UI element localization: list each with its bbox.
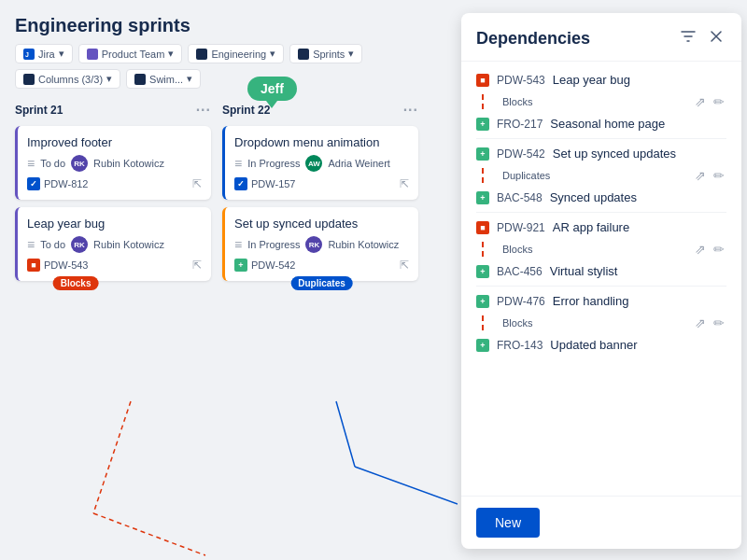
toolbar-jira[interactable]: J Jira ▾ bbox=[15, 44, 73, 63]
sprint-22-header: Sprint 22 ··· bbox=[222, 102, 418, 119]
card-dropdown-menu[interactable]: Dropdown menu animation ≡ In Progress AW… bbox=[222, 126, 418, 200]
dep-child-row-2: + BAC-548 Synced updates bbox=[476, 190, 726, 204]
vert-line-2 bbox=[482, 168, 484, 183]
dep-child-icon-green-4: + bbox=[476, 339, 489, 352]
dep-entry-row-3: ■ PDW-921 AR app failure bbox=[476, 220, 726, 234]
dep-group-pdw-543: ■ PDW-543 Leap year bug bbox=[461, 69, 741, 91]
hamburger-icon-4: ≡ bbox=[234, 237, 242, 252]
dep-child-fro-143: + FRO-143 Updated banner bbox=[461, 334, 741, 356]
card-footer: ✓ PDW-812 ⇱ bbox=[27, 177, 202, 190]
avatar-4: RK bbox=[305, 236, 322, 253]
svg-rect-4 bbox=[298, 49, 309, 60]
filter-icon bbox=[680, 28, 697, 45]
svg-rect-2 bbox=[87, 49, 98, 60]
dep-group-pdw-542: + PDW-542 Set up synced updates bbox=[461, 143, 741, 164]
jeff-tooltip: Jeff bbox=[247, 77, 297, 101]
divider-3 bbox=[476, 286, 726, 287]
card-footer-3: ✓ PDW-157 ⇱ bbox=[234, 177, 409, 190]
dep-middle-actions-1: ⇗ ✏ bbox=[693, 92, 726, 111]
dep-child-icon-green-2: + bbox=[476, 191, 489, 204]
avatar-2: RK bbox=[71, 236, 88, 253]
card-improved-footer[interactable]: Improved footer ≡ To do RK Rubin Kotowic… bbox=[15, 126, 211, 200]
card-footer-4: + PDW-542 ⇱ bbox=[234, 259, 409, 272]
card-meta-2: ≡ To do RK Rubin Kotowicz bbox=[27, 236, 202, 253]
avatar-3: AW bbox=[305, 155, 322, 172]
dep-link-button-2[interactable]: ⇗ bbox=[693, 166, 708, 185]
sprint-22-menu[interactable]: ··· bbox=[403, 102, 418, 119]
ticket-icon-red: ■ bbox=[27, 259, 40, 272]
dep-connector-4: Blocks ⇗ ✏ bbox=[461, 312, 741, 334]
toolbar-engineering[interactable]: Engineering ▾ bbox=[188, 44, 284, 63]
ticket-badge-2: ■ PDW-543 bbox=[27, 259, 88, 272]
swim-icon bbox=[134, 74, 146, 85]
board-title: Engineering sprints bbox=[15, 15, 443, 36]
divider-1 bbox=[476, 138, 726, 139]
panel-title: Dependencies bbox=[476, 29, 590, 49]
duplicates-badge: Duplicates bbox=[290, 276, 353, 290]
sprint-21-menu[interactable]: ··· bbox=[196, 102, 211, 119]
dep-connector-3: Blocks ⇗ ✏ bbox=[461, 238, 741, 260]
dep-link-button-4[interactable]: ⇗ bbox=[693, 314, 708, 332]
panel-header: Dependencies bbox=[461, 13, 741, 62]
new-button[interactable]: New bbox=[476, 508, 540, 538]
dep-edit-button[interactable]: ✏ bbox=[712, 92, 726, 111]
dep-link-button[interactable]: ⇗ bbox=[693, 92, 708, 111]
dep-connector-1: Blocks ⇗ ✏ bbox=[461, 91, 741, 113]
ticket-icon: ✓ bbox=[27, 177, 40, 190]
dep-edit-button-3[interactable]: ✏ bbox=[712, 240, 726, 259]
toolbar-swim[interactable]: Swim... ▾ bbox=[126, 69, 201, 89]
dep-entry-row: ■ PDW-543 Leap year bug bbox=[476, 73, 726, 87]
divider-2 bbox=[476, 212, 726, 213]
svg-text:J: J bbox=[25, 51, 29, 58]
jira-icon: J bbox=[23, 49, 35, 60]
card-expand-icon-2[interactable]: ⇱ bbox=[192, 259, 202, 272]
sprints-icon bbox=[298, 49, 309, 60]
toolbar-product-team[interactable]: Product Team ▾ bbox=[78, 44, 183, 63]
filter-button[interactable] bbox=[678, 26, 698, 51]
dep-edit-button-2[interactable]: ✏ bbox=[712, 166, 726, 185]
card-expand-icon-4[interactable]: ⇱ bbox=[400, 259, 409, 272]
dep-entry-row-4: + PDW-476 Error handling bbox=[476, 294, 726, 308]
svg-rect-5 bbox=[23, 74, 35, 85]
dep-middle-actions-3: ⇗ ✏ bbox=[693, 240, 726, 259]
sprint-21-header: Sprint 21 ··· bbox=[15, 102, 211, 119]
card-expand-icon[interactable]: ⇱ bbox=[192, 177, 202, 190]
dep-child-row-4: + FRO-143 Updated banner bbox=[476, 338, 726, 352]
dep-item-icon-green-4: + bbox=[476, 295, 489, 308]
ticket-badge-4: + PDW-542 bbox=[234, 259, 295, 272]
card-synced-updates[interactable]: Set up synced updates ≡ In Progress RK R… bbox=[222, 207, 418, 281]
dep-connector-2: Duplicates ⇗ ✏ bbox=[461, 164, 741, 187]
card-expand-icon-3[interactable]: ⇱ bbox=[400, 177, 409, 190]
card-leap-year-bug[interactable]: Leap year bug ≡ To do RK Rubin Kotowicz … bbox=[15, 207, 211, 281]
vert-line-4 bbox=[482, 315, 484, 330]
dep-child-bac-548: + BAC-548 Synced updates bbox=[461, 187, 741, 208]
ticket-icon-blue-2: ✓ bbox=[234, 177, 247, 190]
dep-group-pdw-921: ■ PDW-921 AR app failure bbox=[461, 217, 741, 238]
hamburger-icon-2: ≡ bbox=[27, 237, 35, 252]
toolbar-columns[interactable]: Columns (3/3) ▾ bbox=[15, 69, 120, 89]
toolbar-sprints[interactable]: Sprints ▾ bbox=[289, 44, 362, 63]
dep-child-icon-green-3: + bbox=[476, 265, 489, 278]
dep-child-fro-217: + FRO-217 Seasonal home page bbox=[461, 113, 741, 134]
eng-icon bbox=[196, 49, 207, 60]
hamburger-icon-3: ≡ bbox=[234, 156, 242, 171]
hamburger-icon: ≡ bbox=[27, 156, 35, 171]
dep-middle-actions-2: ⇗ ✏ bbox=[693, 166, 726, 185]
close-button[interactable] bbox=[706, 26, 726, 51]
toolbar: J Jira ▾ Product Team ▾ Engineering ▾ Sp… bbox=[15, 44, 443, 89]
panel-actions bbox=[678, 26, 726, 51]
dep-child-row: + FRO-217 Seasonal home page bbox=[476, 117, 726, 131]
avatar: RK bbox=[71, 155, 88, 172]
board-area: Engineering sprints J Jira ▾ Product Tea… bbox=[0, 0, 458, 560]
dep-group-pdw-476: + PDW-476 Error handling bbox=[461, 290, 741, 312]
dep-link-button-3[interactable]: ⇗ bbox=[693, 240, 708, 259]
card-meta-3: ≡ In Progress AW Adria Weinert bbox=[234, 155, 409, 172]
jeff-bubble: Jeff bbox=[247, 77, 297, 101]
vert-line-3 bbox=[482, 242, 484, 257]
svg-rect-6 bbox=[134, 74, 146, 85]
ticket-icon-green: + bbox=[234, 259, 247, 272]
dep-edit-button-4[interactable]: ✏ bbox=[712, 314, 726, 332]
columns-icon bbox=[23, 74, 35, 85]
dep-item-icon-red-3: ■ bbox=[476, 221, 489, 234]
dep-child-row-3: + BAC-456 Virtual stylist bbox=[476, 264, 726, 278]
